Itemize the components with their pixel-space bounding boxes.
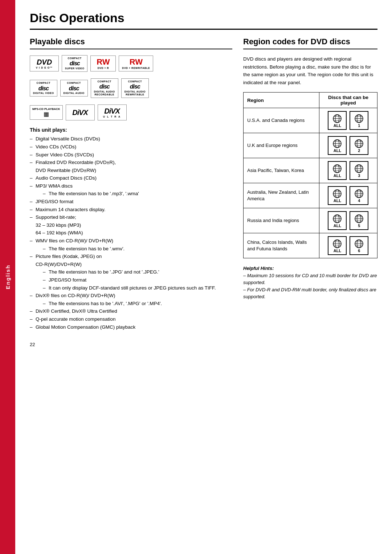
list-item: Maximum 14 characters display. [30,206,232,214]
plays-list: Digital Versatile Discs (DVDs) Video CDs… [30,135,232,331]
region-table-row: China, Calcos Islands, Walls and Futuna … [244,233,377,258]
sub-list-item: It can only display DCF-standard still p… [43,284,232,292]
list-item: Picture files (Kodak, JPEG) onCD-R(W)/DV… [30,253,232,292]
sidebar: English [0,0,15,554]
list-item: Video CDs (VCDs) [30,143,232,151]
globe-svg-num [354,114,364,124]
all-region-icon: ALL [328,211,347,230]
list-item: MP3/ WMA discs The file extension has to… [30,182,232,198]
region-table-row: Asia Pacific, Taiwan, Korea ALL 3 [244,158,377,183]
numbered-region-icon: 5 [350,211,368,230]
title-divider [30,29,377,30]
region-number: 5 [358,224,360,228]
globe-svg-num [354,239,364,249]
region-name-cell: Russia and India regions [244,208,319,233]
dvd-plus-rewritable-logo: RW DVD + ReWritable [119,56,153,72]
region-discs-cell: ALL 1 [319,108,377,133]
region-table: Region Discs that can be played U.S.A. a… [243,92,377,258]
right-column: Region codes for DVD discs DVD discs and… [243,37,377,347]
compact-disc-rewritable-logo: COMPACT disc DIGITAL AUDIO ReWritable [121,78,149,98]
list-item: Digital Versatile Discs (DVDs) [30,135,232,143]
globe-svg-num [354,214,364,224]
region-intro: DVD discs and players are designed with … [243,55,377,86]
numbered-region-icon: 1 [350,111,368,130]
mp3-cd-playback-logo: MP3-CD PLAYBACK ▦ [30,105,63,120]
disc-logos-row1: DVD V I D E O™ COMPACT disc SUPER VIDEO … [30,55,232,72]
helpful-hints-title: Helpful Hints: [243,266,274,271]
disc-logos-row2: COMPACT disc DIGITAL VIDEO COMPACT disc … [30,78,232,98]
region-codes-title: Region codes for DVD discs [243,37,377,46]
page-number: 22 [30,342,232,347]
dvd-video-logo: DVD V I D E O™ [30,56,59,71]
list-item: Supported bit-rate;32 – 320 kbps (MP3)64… [30,213,232,237]
playable-discs-divider [30,49,232,49]
list-item: Finalized DVD Recordable (DVD±R),DVD Rew… [30,159,232,174]
all-region-icon: ALL [328,111,347,130]
page-title: Disc Operations [30,11,377,25]
numbered-region-icon: 4 [350,186,368,205]
globe-svg-all [332,114,342,124]
globe-svg-num [354,139,364,149]
region-name-cell: Asia Pacific, Taiwan, Korea [244,158,319,183]
list-item: DivX® files on CD-R(W)/ DVD+R(W) The fil… [30,292,232,307]
all-label: ALL [334,149,341,153]
globe-svg-all [332,139,342,149]
all-label: ALL [334,224,341,228]
list-item: Global Motion Compensation (GMC) playbac… [30,323,232,331]
main-content: Disc Operations Playable discs DVD V I D… [15,0,392,554]
region-table-row: Australia, New Zealand, Latin America AL… [244,183,377,208]
sub-list-item: The file extension has to be '.JPG' and … [43,268,232,276]
disc-logos-row3: MP3-CD PLAYBACK ▦ DiVX DiVX U L T R A [30,104,232,120]
all-label: ALL [334,124,341,128]
globe-svg-num [354,189,364,199]
region-discs-cell: ALL 3 [319,158,377,183]
list-item: JPEG/ISO format [30,198,232,206]
region-name-cell: U.S.A. and Canada regions [244,108,319,133]
compact-disc-digital-video-logo: COMPACT disc DIGITAL VIDEO [30,80,57,97]
helpful-hint-2: – For DVD-R and DVD-RW multi border, onl… [243,286,377,300]
region-number: 3 [358,174,360,178]
wmv-sub-list: The file extension has to be '.wmv'. [36,245,232,253]
numbered-region-icon: 3 [350,161,368,180]
sub-list-item: JPEG/ISO format [43,276,232,284]
compact-disc-digital-audio-logo: COMPACT disc DIGITAL AUDIO [60,80,88,97]
left-column: Playable discs DVD V I D E O™ COMPACT di… [30,37,232,347]
list-item: WMV files on CD-R(W)/ DVD+R(W) The file … [30,237,232,253]
globe-svg-all [332,239,342,249]
region-number: 1 [358,124,360,128]
all-region-icon: ALL [328,136,347,155]
all-label: ALL [334,249,341,253]
region-table-row: U.K and Europe regions ALL 2 [244,133,377,158]
globe-svg-num [354,164,364,174]
picture-sub-list: The file extension has to be '.JPG' and … [36,268,232,292]
region-codes-divider [243,49,377,49]
globe-svg-all [332,164,342,174]
divx-logo: DiVX [66,104,95,120]
helpful-hints: Helpful Hints: – Maximum 10 sessions for… [243,265,377,300]
this-unit-plays-label: This unit plays: [30,127,232,133]
helpful-hint-1: – Maximum 10 sessions for CD and 10 mult… [243,272,377,286]
region-discs-cell: ALL 4 [319,183,377,208]
region-table-row: U.S.A. and Canada regions ALL 1 [244,108,377,133]
all-label: ALL [334,174,341,178]
region-discs-cell: ALL 6 [319,233,377,258]
playable-discs-title: Playable discs [30,37,232,46]
page-wrapper: English Disc Operations Playable discs D… [0,0,392,554]
numbered-region-icon: 6 [350,236,368,255]
region-number: 2 [358,149,360,153]
mp3-sub-list: The file extension has to be '.mp3', '.w… [36,190,232,198]
divx-ultra-logo: DiVX U L T R A [98,104,127,120]
region-table-row: Russia and India regions ALL 5 [244,208,377,233]
region-discs-cell: ALL 5 [319,208,377,233]
all-region-icon: ALL [328,186,347,205]
sidebar-label: English [5,264,11,289]
compact-disc-recordable-logo: COMPACT disc DIGITAL AUDIO Recordable [91,78,118,98]
region-name-cell: China, Calcos Islands, Walls and Futuna … [244,233,319,258]
divx-sub-list: The file extensions has to be '.AVI', '.… [36,300,232,308]
two-col-layout: Playable discs DVD V I D E O™ COMPACT di… [30,37,377,347]
all-label: ALL [334,199,341,203]
all-region-icon: ALL [328,161,347,180]
sub-list-item: The file extension has to be '.mp3', '.w… [43,190,232,198]
dvd-plus-rw-logo: RW DVD + R [90,56,116,72]
region-discs-cell: ALL 2 [319,133,377,158]
